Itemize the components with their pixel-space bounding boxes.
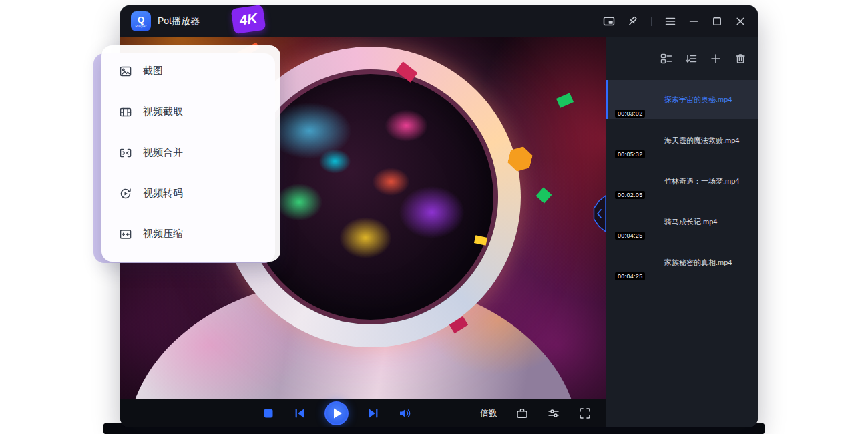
playlist-panel: 00:03:02 探索宇宙的奥秘.mp4 00:05:32 海天霞的魔法救赎.m… (606, 37, 758, 427)
maximize-button[interactable] (710, 15, 724, 28)
next-button[interactable] (367, 407, 380, 420)
playback-control-bar: 倍数 (120, 399, 606, 427)
previous-button[interactable] (293, 407, 306, 420)
tune-button[interactable] (547, 407, 560, 420)
menu-item-label: 视频转码 (143, 187, 183, 200)
menu-item-screenshot[interactable]: 截图 (101, 51, 280, 91)
play-icon (326, 403, 347, 424)
volume-button[interactable] (398, 407, 411, 420)
side-tool-menu: 截图 视频截取 视频合并 (101, 45, 280, 262)
duration-badge: 00:03:02 (615, 110, 645, 118)
confetti-art (536, 187, 552, 203)
titlebar-actions (602, 15, 747, 28)
minimize-icon (688, 15, 700, 27)
sort-icon (685, 53, 697, 65)
duration-badge: 00:02:05 (615, 191, 645, 199)
app-logo: Q Player (131, 11, 151, 31)
playlist-item[interactable]: 00:04:25 骑马成长记.mp4 (606, 202, 758, 241)
menu-item-video-trim[interactable]: 视频截取 (101, 91, 280, 132)
titlebar: Q Player Pot播放器 (120, 5, 758, 37)
video-thumbnail: 00:02:05 (615, 166, 658, 196)
sort-button[interactable] (684, 52, 698, 65)
close-icon (734, 15, 746, 27)
video-title: 海天霞的魔法救赎.mp4 (664, 136, 739, 146)
playlist-item[interactable]: 00:05:32 海天霞的魔法救赎.mp4 (606, 121, 758, 160)
menu-item-video-merge[interactable]: 视频合并 (101, 132, 280, 173)
delete-button[interactable] (734, 52, 747, 65)
tune-icon (547, 407, 560, 420)
fullscreen-button[interactable] (578, 407, 592, 420)
add-button[interactable] (709, 52, 722, 65)
menu-item-label: 截图 (143, 65, 163, 77)
chevron-left-icon (593, 195, 606, 232)
duration-badge: 00:04:25 (615, 272, 645, 280)
titlebar-separator (651, 17, 652, 26)
playlist-menu-icon (664, 15, 676, 27)
speed-button[interactable]: 倍数 (480, 407, 497, 419)
pin-icon (626, 15, 638, 27)
playlist-menu-button[interactable] (664, 15, 677, 28)
video-title: 探索宇宙的奥秘.mp4 (664, 95, 732, 105)
app-title: Pot播放器 (158, 15, 200, 27)
pip-icon (603, 15, 615, 27)
stop-icon (262, 407, 275, 420)
video-transcode-icon (119, 187, 132, 200)
toolbox-icon (515, 407, 529, 420)
video-trim-icon (119, 105, 132, 119)
video-thumbnail: 00:04:25 (615, 206, 658, 237)
minimize-button[interactable] (687, 15, 700, 28)
maximize-icon (711, 15, 723, 27)
next-icon (367, 407, 380, 420)
toolbox-button[interactable] (515, 407, 529, 420)
video-merge-icon (119, 146, 132, 160)
previous-icon (293, 407, 306, 420)
video-thumbnail: 00:04:25 (615, 247, 658, 278)
menu-item-label: 视频压缩 (143, 228, 183, 240)
pip-button[interactable] (602, 15, 616, 28)
volume-icon (398, 407, 411, 420)
astronaut-visor-art (243, 69, 498, 324)
video-title: 竹林奇遇：一场梦.mp4 (664, 176, 739, 186)
view-mode-button[interactable] (660, 52, 673, 65)
secondary-controls: 倍数 (480, 399, 592, 427)
video-thumbnail: 00:03:02 (615, 84, 658, 115)
pin-button[interactable] (626, 15, 639, 28)
stop-button[interactable] (262, 407, 275, 420)
video-compress-icon (119, 228, 132, 241)
view-mode-icon (660, 53, 672, 65)
play-button[interactable] (324, 401, 349, 425)
menu-item-label: 视频截取 (143, 105, 183, 118)
menu-item-video-transcode[interactable]: 视频转码 (101, 173, 280, 214)
playlist-item[interactable]: 00:02:05 竹林奇遇：一场梦.mp4 (606, 162, 758, 200)
duration-badge: 00:04:25 (615, 232, 645, 240)
close-button[interactable] (734, 15, 747, 28)
playlist-item[interactable]: 00:03:02 探索宇宙的奥秘.mp4 (606, 80, 758, 119)
badge-4k: 4K (231, 5, 266, 34)
screenshot-icon (119, 65, 132, 78)
playlist-item[interactable]: 00:04:25 家族秘密的真相.mp4 (606, 243, 758, 282)
collapse-playlist-button[interactable] (593, 195, 606, 232)
transport-controls (262, 399, 411, 427)
logo-sub: Player (135, 24, 146, 28)
logo-mark: Q (138, 15, 144, 24)
delete-icon (734, 53, 746, 65)
confetti-art (556, 93, 574, 108)
add-icon (710, 53, 722, 65)
playlist-items: 00:03:02 探索宇宙的奥秘.mp4 00:05:32 海天霞的魔法救赎.m… (606, 80, 758, 282)
playlist-toolbar (606, 37, 758, 80)
video-thumbnail: 00:05:32 (615, 125, 658, 156)
menu-item-label: 视频合并 (143, 146, 183, 159)
video-title: 骑马成长记.mp4 (664, 217, 717, 227)
duration-badge: 00:05:32 (615, 150, 645, 158)
video-title: 家族秘密的真相.mp4 (664, 258, 732, 268)
fullscreen-icon (578, 407, 592, 420)
menu-item-video-compress[interactable]: 视频压缩 (101, 214, 280, 254)
